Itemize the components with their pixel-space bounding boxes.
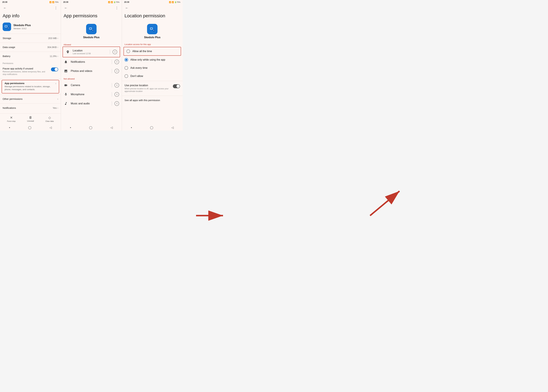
photos-perm-content: Photos and videos [71, 70, 109, 72]
clear-data-button[interactable]: ◇ Clear data [45, 116, 54, 122]
nav-bar-1: ← ⋮ [0, 4, 61, 12]
notifications-chevron: › [57, 106, 58, 109]
precise-location-row[interactable]: Use precise location When precise locati… [122, 82, 183, 95]
sys-back-icon-2[interactable]: ◁ [111, 126, 113, 129]
photos-divider [112, 69, 112, 73]
photos-permission-row[interactable]: Photos and videos ℹ [61, 66, 122, 76]
signal-icon-1: 📶 [49, 1, 52, 3]
location-content: Location Last accessed 12:58 [73, 49, 107, 55]
other-permissions-row[interactable]: Other permissions › [0, 95, 61, 103]
app-version-1: Version: 3.9.2 [13, 27, 31, 30]
page-title-1: App info [0, 12, 61, 21]
battery-value: 11.9% › [50, 55, 58, 58]
ask-every-time-option[interactable]: Ask every time [122, 64, 183, 72]
uninstall-button[interactable]: 🗑 Uninstall [27, 116, 34, 122]
notifications-permission-row[interactable]: Notifications ℹ [61, 57, 122, 66]
wifi-icon-3: 📶 [172, 1, 174, 3]
data-usage-row[interactable]: Data usage 304.8KB › [0, 43, 61, 51]
app-permissions-desc: Manage permissions related to location, … [5, 85, 56, 91]
precise-location-desc: When precise location is off, apps can a… [125, 87, 171, 93]
notifications-row[interactable]: Notifications Yes › [0, 104, 61, 112]
photos-perm-icon [63, 69, 68, 73]
storage-row[interactable]: Storage 203 MB › [0, 35, 61, 42]
status-icons-3: 📶 📶 🔋75% [169, 1, 180, 3]
see-all-apps-link[interactable]: See all apps with this permission [122, 97, 183, 104]
svg-rect-12 [150, 28, 152, 29]
scroll-area-3[interactable]: Location access for this app Allow all t… [122, 42, 183, 124]
more-menu-button-1[interactable]: ⋮ [53, 5, 58, 10]
sys-square-icon-3[interactable]: ▪ [131, 126, 132, 129]
force-stop-button[interactable]: ✕ Force stop [7, 116, 15, 122]
battery-icon-2: 🔋75% [113, 1, 119, 3]
notifications-info-button[interactable]: ℹ [114, 60, 119, 64]
dont-allow-radio[interactable] [125, 74, 128, 78]
force-stop-label: Force stop [7, 120, 15, 122]
camera-info-button[interactable]: ℹ [114, 83, 119, 88]
data-usage-label: Data usage [3, 46, 15, 49]
sys-circle-icon-1[interactable]: ◯ [28, 126, 31, 129]
app-header: + Skedulo Plus Version: 3.9.2 [0, 21, 61, 33]
sys-square-icon-1[interactable]: ▪ [9, 126, 10, 129]
dont-allow-option[interactable]: Don't allow [122, 72, 183, 80]
bottom-actions: ✕ Force stop 🗑 Uninstall ◇ Clear data [0, 113, 61, 124]
status-bar-3: 20:39 📶 📶 🔋75% [122, 0, 183, 4]
sys-nav-2: ▪ ◯ ◁ [61, 124, 122, 131]
location-access-label: Location access for this app [122, 42, 183, 47]
status-bar-1: 20:39 📶 📶 75% [0, 0, 61, 4]
scroll-area-2[interactable]: Allowed Location Last accessed 12:58 ℹ [61, 42, 122, 124]
location-permission-row[interactable]: Location Last accessed 12:58 ℹ [63, 47, 120, 57]
camera-perm-icon [63, 83, 68, 88]
back-button-1[interactable]: ← [2, 5, 7, 10]
microphone-permission-row[interactable]: Microphone ℹ [61, 90, 122, 99]
sys-back-icon-1[interactable]: ◁ [49, 126, 52, 129]
location-info-button[interactable]: ℹ [112, 50, 117, 54]
while-using-option[interactable]: Allow only while using the app [122, 56, 183, 64]
allow-all-option[interactable]: Allow all the time [124, 47, 181, 55]
divider-1 [0, 34, 61, 34]
allow-all-radio[interactable] [126, 49, 130, 53]
svg-text:+: + [92, 29, 93, 31]
location-name: Location [73, 49, 107, 52]
battery-row[interactable]: Battery 11.9% › [0, 52, 61, 60]
status-time-2: 20:39 [63, 1, 68, 3]
music-perm-name: Music and audio [71, 102, 109, 105]
scroll-area-1[interactable]: Storage 203 MB › Data usage 304.8KB › Ba… [0, 35, 61, 113]
battery-icon-3: 🔋75% [175, 1, 180, 3]
precise-location-toggle[interactable] [173, 84, 180, 88]
photos-info-button[interactable]: ℹ [114, 69, 119, 73]
while-using-radio[interactable] [125, 58, 128, 62]
battery-chevron: › [57, 55, 58, 58]
microphone-info-button[interactable]: ℹ [114, 92, 119, 97]
divider-loc-1 [122, 81, 183, 81]
storage-label: Storage [3, 37, 11, 40]
sys-circle-icon-3[interactable]: ◯ [150, 126, 153, 129]
sys-back-icon-3[interactable]: ◁ [171, 126, 174, 129]
battery-icon-1: 75% [55, 1, 58, 3]
precise-location-title: Use precise location [125, 84, 171, 87]
sys-circle-icon-2[interactable]: ◯ [89, 126, 92, 129]
music-permission-row[interactable]: Music and audio ℹ [61, 99, 122, 108]
music-info-button[interactable]: ℹ [114, 101, 119, 106]
allow-all-label: Allow all the time [132, 50, 152, 53]
camera-perm-name: Camera [71, 84, 109, 87]
camera-permission-row[interactable]: Camera ℹ [61, 81, 122, 90]
back-button-2[interactable]: ← [63, 5, 69, 10]
divider-4 [0, 79, 61, 79]
sys-square-icon-2[interactable]: ▪ [70, 126, 71, 129]
notif-divider [112, 60, 112, 64]
more-menu-button-2[interactable]: ⋮ [114, 5, 119, 10]
dont-allow-label: Don't allow [130, 75, 143, 77]
camera-divider [112, 83, 112, 88]
back-button-3[interactable]: ← [124, 5, 129, 10]
ask-every-time-radio[interactable] [125, 66, 128, 70]
pause-app-toggle[interactable] [51, 67, 58, 71]
app-permissions-row[interactable]: App permissions › Manage permissions rel… [2, 80, 59, 93]
panel-app-permissions: 20:39 📶 📶 🔋75% ← ⋮ App permissions + Ske… [61, 0, 122, 131]
status-time-1: 20:39 [2, 1, 7, 3]
pause-app-desc: Remove permissions, delete temporary fil… [3, 70, 49, 76]
app-icon-2: + [86, 24, 97, 34]
force-stop-icon: ✕ [10, 116, 13, 119]
microphone-perm-content: Microphone [71, 93, 109, 96]
pause-app-row[interactable]: Pause app activity if unused Remove perm… [0, 65, 61, 78]
app-name-2: Skedulo Plus [83, 36, 99, 39]
